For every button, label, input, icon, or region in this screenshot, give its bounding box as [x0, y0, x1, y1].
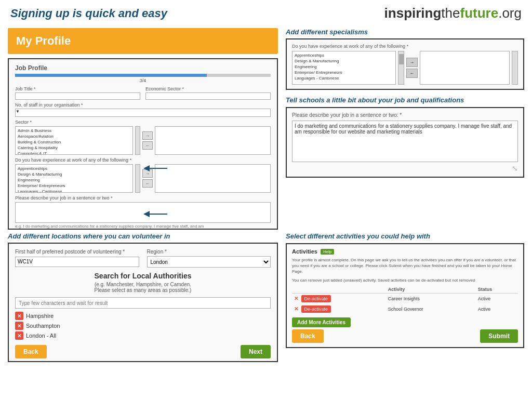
tell-schools-textarea[interactable]: I do marketing and communications for a …	[292, 121, 518, 162]
activities-table: Activity Status ✕ De-activate Career Ins…	[292, 286, 518, 314]
job-profile-screenshot: Job Profile 3/4 Job Title * Economic Sec…	[8, 58, 278, 230]
row-action-cell2: ✕ De-activate	[292, 304, 386, 314]
economic-sector-label: Economic Sector *	[145, 86, 271, 91]
bottom-row: Add different locations where you can vo…	[0, 232, 532, 362]
staff-count-select[interactable]: ▼	[15, 109, 271, 117]
logo-org: .org	[498, 5, 522, 21]
arrow-annotation-sector	[141, 161, 172, 177]
progress-bar	[15, 74, 271, 77]
sector-annotation-arrow	[141, 161, 172, 176]
scroll-thumb	[399, 54, 404, 64]
specialism-source-listbox[interactable]: Apprenticeships Design & Manufacturing E…	[292, 51, 396, 85]
region-select[interactable]: London	[147, 256, 271, 268]
help-badge[interactable]: Help	[321, 249, 334, 255]
tell-schools-section: Please describe your job in a sentence o…	[286, 107, 524, 178]
list-item: Admin & Business	[17, 128, 131, 134]
activities-desc1: Your profile is almost complete. On this…	[292, 257, 518, 275]
top-right-section: Add different specialisms Do you have ex…	[286, 28, 524, 230]
list-item: Enterprise/ Entrepreneurs	[294, 70, 394, 75]
my-profile-label: My Profile	[16, 34, 270, 48]
spec-arrow-right[interactable]: →	[406, 58, 418, 67]
tag-southampton: ✕ Southampton	[15, 322, 271, 330]
activity-name-cell2: School Governor	[386, 304, 476, 314]
next-button[interactable]: Next	[241, 345, 271, 358]
tag-london: ✕ London - All	[15, 331, 271, 340]
postcode-label: First half of preferred postcode of volu…	[15, 249, 139, 255]
top-left-section: My Profile Job Profile 3/4 Job Title * E…	[8, 28, 278, 230]
submit-button[interactable]: Submit	[480, 329, 518, 343]
region-label: Region *	[147, 249, 271, 255]
deactivate-btn-1[interactable]: De-activate	[301, 295, 331, 302]
list-item: Catering & Hospitality	[17, 145, 131, 151]
list-item: Engineering	[17, 177, 131, 183]
specialisms-box: Do you have experience at work of any of…	[286, 38, 524, 90]
status-cell2: Active	[476, 304, 518, 314]
activities-heading: Select different activities you could he…	[286, 232, 524, 240]
job-title-label: Job Title *	[15, 86, 140, 91]
activities-back-button[interactable]: Back	[292, 329, 324, 343]
spec-arrow-left[interactable]: ←	[406, 69, 418, 78]
status-cell: Active	[476, 293, 518, 304]
page-header: Signing up is quick and easy inspiringth…	[0, 0, 532, 25]
arrow-right-btn[interactable]: →	[142, 131, 153, 140]
sector-listbox-row: Admin & Business Aerospace/Aviation Buil…	[15, 126, 271, 155]
list-item: Aerospace/Aviation	[17, 134, 131, 139]
arrow-left-btn[interactable]: ←	[142, 141, 153, 150]
progress-label: 3/4	[15, 78, 271, 83]
job-title-input[interactable]	[15, 92, 140, 100]
sector-label: Sector *	[15, 119, 271, 125]
specialism-target-scrollbar[interactable]	[512, 51, 518, 85]
activities-desc2: You can remove just added (unsaved) acti…	[292, 277, 518, 283]
describe-label: Please describe your job in a sentence o…	[15, 195, 271, 201]
progress-bar-fill	[15, 74, 207, 77]
page-title: Signing up is quick and easy	[10, 7, 167, 20]
search-auth-heading: Search for Local Authorities	[15, 272, 271, 280]
row-action-cell: ✕ De-activate	[292, 293, 386, 304]
tag-label-southampton: Southampton	[26, 323, 60, 329]
tell-schools-heading: Tell schools a little bit about your job…	[286, 96, 524, 104]
postcode-field: First half of preferred postcode of volu…	[15, 249, 139, 268]
location-footer: Back Next	[15, 345, 271, 358]
table-row: ✕ De-activate Career Insights Active	[292, 293, 518, 304]
logo: inspiringthefuture.org	[384, 5, 522, 21]
specialism-target-listbox[interactable]	[420, 51, 510, 85]
specialism-arrows: → ←	[406, 58, 418, 78]
row-x-icon2[interactable]: ✕	[294, 306, 298, 312]
resize-indicator: ⤡	[292, 164, 518, 172]
deactivate-btn-2[interactable]: De-activate	[301, 305, 331, 313]
my-profile-box: My Profile	[8, 28, 278, 54]
list-item: Enterprise/ Entrepreneurs	[17, 183, 131, 189]
top-row: My Profile Job Profile 3/4 Job Title * E…	[0, 25, 532, 230]
bottom-right-section: Select different activities you could he…	[286, 232, 524, 362]
list-item: Languages - Cantonese	[17, 189, 131, 193]
job-profile-title: Job Profile	[15, 64, 271, 72]
specialism-listbox-row: Apprenticeships Design & Manufacturing E…	[292, 51, 518, 85]
arrow-left-btn2[interactable]: ←	[142, 179, 153, 188]
activities-section: Activities Help Your profile is almost c…	[286, 243, 524, 348]
sector-listbox[interactable]: Admin & Business Aerospace/Aviation Buil…	[15, 126, 133, 155]
list-item: Apprenticeships	[294, 52, 394, 58]
logo-future: future	[460, 5, 499, 21]
tag-remove-london[interactable]: ✕	[15, 331, 23, 340]
tag-remove-hampshire[interactable]: ✕	[15, 312, 23, 320]
sector-target-listbox[interactable]	[155, 126, 271, 155]
logo-inspiring: inspiring	[384, 5, 442, 21]
add-more-button[interactable]: Add More Activities	[292, 317, 351, 327]
row-x-icon[interactable]: ✕	[294, 296, 298, 301]
tag-hampshire: ✕ Hampshire	[15, 312, 271, 320]
postcode-input[interactable]	[15, 257, 139, 267]
list-item: Apprenticeships	[17, 166, 131, 171]
list-item: Design & Manufacturing	[294, 58, 394, 64]
back-button[interactable]: Back	[15, 345, 47, 358]
tag-label-hampshire: Hampshire	[26, 313, 54, 319]
bottom-left-section: Add different locations where you can vo…	[8, 232, 278, 362]
specialism-scrollbar[interactable]	[398, 51, 404, 85]
search-authorities-input[interactable]	[15, 297, 271, 309]
locations-heading: Add different locations where you can vo…	[8, 232, 278, 240]
experience-listbox[interactable]: Apprenticeships Design & Manufacturing E…	[15, 164, 133, 193]
tag-remove-southampton[interactable]: ✕	[15, 322, 23, 330]
economic-sector-input[interactable]	[145, 92, 271, 100]
tell-schools-container: Tell schools a little bit about your job…	[286, 96, 524, 178]
staff-count-label: No. of staff in your organisation *	[15, 102, 271, 108]
logo-the: the	[441, 5, 460, 21]
